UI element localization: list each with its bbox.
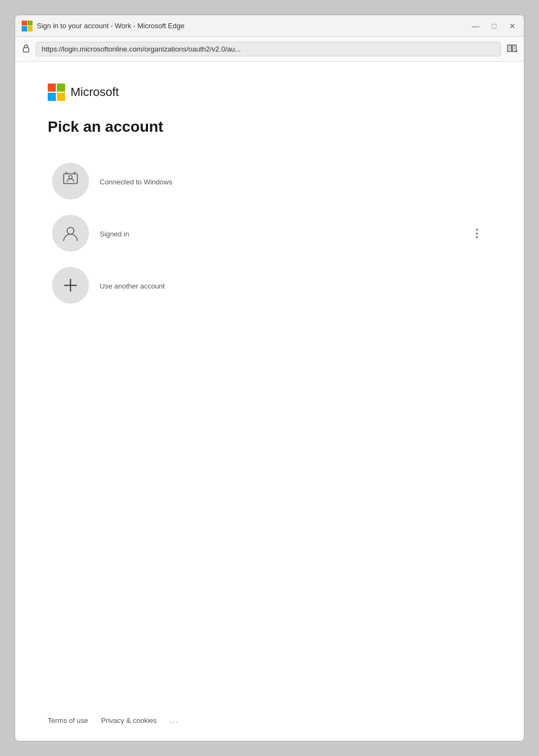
reader-icon[interactable]: A (506, 43, 517, 55)
browser-window: Sign in to your account - Work - Microso… (15, 15, 524, 741)
lock-icon (22, 44, 30, 55)
ms-logo-text: Microsoft (70, 85, 119, 99)
terms-of-use-link[interactable]: Terms of use (48, 716, 88, 725)
account-info-another: Use another account (100, 281, 487, 290)
title-bar: Sign in to your account - Work - Microso… (15, 15, 524, 37)
svg-rect-0 (23, 48, 29, 52)
page-footer: Terms of use Privacy & cookies ... (48, 706, 491, 725)
svg-point-6 (67, 227, 74, 234)
address-bar: A (15, 37, 524, 62)
account-item-signed-in[interactable]: Signed in ⋮ (48, 207, 491, 259)
svg-text:A: A (516, 48, 517, 53)
privacy-cookies-link[interactable]: Privacy & cookies (101, 716, 157, 725)
edge-favicon (22, 21, 33, 31)
account-avatar-signed-in (52, 215, 89, 252)
minimize-button[interactable]: — (471, 21, 480, 31)
account-item-another[interactable]: Use another account (48, 259, 491, 311)
account-info-signed-in: Signed in (100, 229, 467, 238)
page-heading: Pick an account (48, 118, 491, 136)
maximize-button[interactable]: □ (489, 21, 499, 31)
close-button[interactable]: ✕ (508, 21, 517, 31)
account-status-signed-in: Signed in (100, 230, 467, 238)
window-controls: — □ ✕ (471, 21, 517, 31)
account-avatar-another (52, 267, 89, 304)
page-content: Microsoft Pick an account (15, 62, 524, 741)
account-list: Connected to Windows Signed in ⋮ (48, 155, 491, 311)
browser-title: Sign in to your account - Work - Microso… (37, 22, 184, 30)
footer-more-button[interactable]: ... (170, 716, 179, 725)
account-avatar-connected (52, 163, 89, 200)
address-input[interactable] (36, 42, 501, 56)
account-more-button[interactable]: ⋮ (467, 225, 487, 242)
ms-logo-grid (48, 84, 65, 101)
account-status-connected: Connected to Windows (100, 178, 487, 186)
title-bar-left: Sign in to your account - Work - Microso… (22, 21, 184, 31)
microsoft-logo: Microsoft (48, 84, 491, 101)
account-info-connected: Connected to Windows (100, 177, 487, 186)
account-label-another: Use another account (100, 282, 487, 290)
account-item-connected[interactable]: Connected to Windows (48, 155, 491, 207)
